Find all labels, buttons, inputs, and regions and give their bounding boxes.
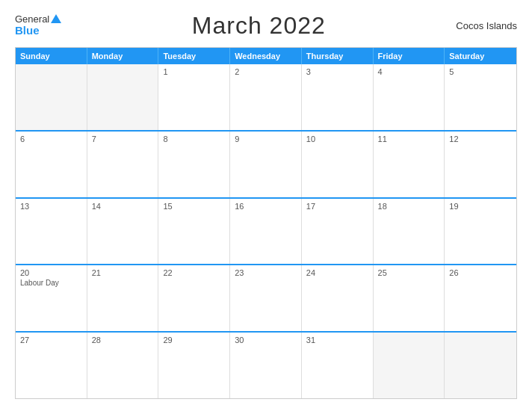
table-row: 31 xyxy=(302,333,374,398)
table-row: 6 xyxy=(16,132,87,197)
table-row: 28 xyxy=(87,333,159,398)
table-row xyxy=(16,64,87,130)
table-row: 1 xyxy=(158,64,230,130)
table-row: 24 xyxy=(302,265,374,331)
table-row: 14 xyxy=(87,199,159,265)
col-sunday: Sunday xyxy=(16,48,87,64)
table-row: 4 xyxy=(374,64,445,130)
table-row: 12 xyxy=(445,132,516,197)
logo-flag-icon xyxy=(51,14,61,23)
table-row xyxy=(445,333,516,398)
calendar-header-row: Sunday Monday Tuesday Wednesday Thursday… xyxy=(16,48,516,64)
calendar: Sunday Monday Tuesday Wednesday Thursday… xyxy=(15,47,517,399)
table-row: 5 xyxy=(445,64,516,130)
week-row-4: 20 Labour Day 21 22 23 24 25 26 xyxy=(16,264,516,331)
table-row: 30 xyxy=(230,333,302,398)
logo: General Blue xyxy=(15,14,61,37)
table-row: 23 xyxy=(230,265,302,331)
table-row: 21 xyxy=(87,265,159,331)
table-row: 16 xyxy=(230,199,302,265)
logo-general-text: General xyxy=(15,14,61,25)
table-row: 2 xyxy=(230,64,302,130)
table-row: 20 Labour Day xyxy=(16,265,87,331)
table-row: 11 xyxy=(374,132,445,197)
table-row xyxy=(87,64,159,130)
table-row: 18 xyxy=(374,199,445,265)
col-saturday: Saturday xyxy=(445,48,516,64)
week-row-1: 1 2 3 4 5 xyxy=(16,64,516,130)
table-row: 15 xyxy=(158,199,230,265)
table-row: 9 xyxy=(230,132,302,197)
calendar-title: March 2022 xyxy=(192,12,326,40)
table-row: 29 xyxy=(158,333,230,398)
col-friday: Friday xyxy=(374,48,445,64)
week-row-3: 13 14 15 16 17 18 19 xyxy=(16,197,516,265)
col-tuesday: Tuesday xyxy=(158,48,230,64)
week-row-5: 27 28 29 30 31 xyxy=(16,331,516,398)
table-row: 27 xyxy=(16,333,87,398)
weeks-container: 1 2 3 4 5 6 7 8 9 10 11 12 13 14 15 16 xyxy=(16,64,516,398)
event-labour-day: Labour Day xyxy=(20,279,82,287)
table-row: 26 xyxy=(445,265,516,331)
col-wednesday: Wednesday xyxy=(230,48,302,64)
table-row xyxy=(374,333,445,398)
table-row: 17 xyxy=(302,199,374,265)
logo-blue-text: Blue xyxy=(15,25,61,37)
page: General Blue March 2022 Cocos Islands Su… xyxy=(0,0,532,411)
table-row: 10 xyxy=(302,132,374,197)
table-row: 25 xyxy=(374,265,445,331)
table-row: 3 xyxy=(302,64,374,130)
region-label: Cocos Islands xyxy=(456,20,517,31)
table-row: 19 xyxy=(445,199,516,265)
table-row: 13 xyxy=(16,199,87,265)
col-thursday: Thursday xyxy=(302,48,374,64)
table-row: 8 xyxy=(158,132,230,197)
header: General Blue March 2022 Cocos Islands xyxy=(15,12,517,40)
table-row: 22 xyxy=(158,265,230,331)
week-row-2: 6 7 8 9 10 11 12 xyxy=(16,130,516,197)
table-row: 7 xyxy=(87,132,159,197)
col-monday: Monday xyxy=(87,48,159,64)
